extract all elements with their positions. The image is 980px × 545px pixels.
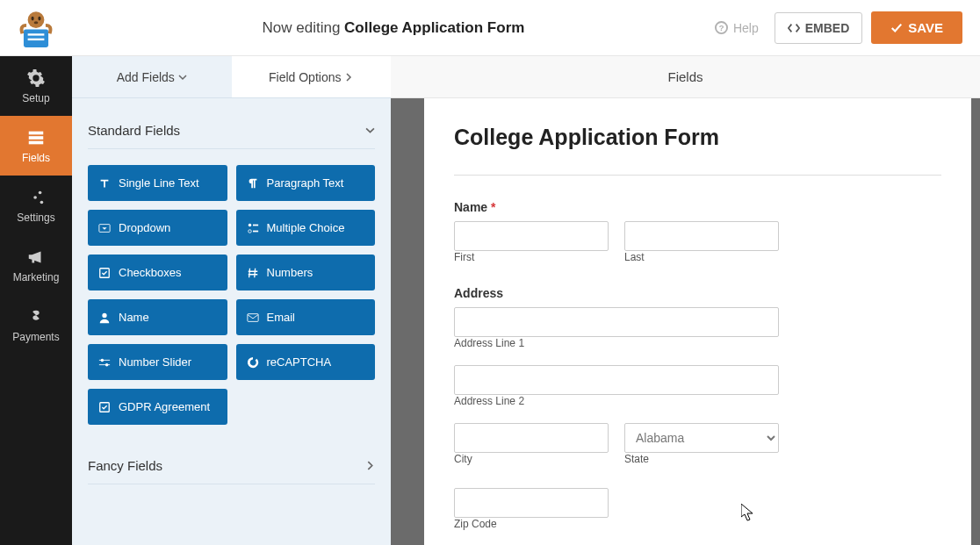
editing-title: Now editing College Application Form (72, 19, 715, 37)
form-icon (26, 128, 46, 147)
svg-rect-11 (29, 140, 44, 144)
addr1-sublabel: Address Line 1 (454, 337, 941, 349)
last-sublabel: Last (624, 251, 779, 263)
sidebar-item-fields[interactable]: Fields (0, 116, 72, 176)
paragraph-icon (247, 177, 259, 190)
address-line2-input[interactable] (454, 365, 779, 395)
hash-icon (247, 267, 259, 279)
form-preview[interactable]: College Application Form Name * First La… (424, 98, 971, 545)
field-number-slider[interactable]: Number Slider (88, 344, 227, 380)
svg-rect-9 (29, 131, 44, 134)
dollar-icon (26, 307, 46, 326)
svg-rect-6 (28, 38, 45, 39)
svg-rect-17 (253, 224, 258, 226)
svg-rect-22 (247, 313, 257, 321)
first-name-input[interactable] (454, 221, 609, 251)
google-icon (247, 356, 259, 369)
svg-point-24 (105, 362, 109, 366)
embed-button[interactable]: EMBED (775, 12, 863, 44)
slider-icon (98, 356, 111, 369)
caret-down-icon (98, 222, 111, 234)
chevron-right-icon (365, 461, 375, 470)
svg-point-12 (39, 190, 42, 194)
check-icon (890, 22, 903, 34)
tab-field-options[interactable]: Field Options (232, 56, 392, 97)
state-sublabel: State (624, 453, 779, 465)
first-sublabel: First (454, 251, 609, 263)
zip-sublabel: Zip Code (454, 518, 941, 530)
sidebar-item-payments[interactable]: Payments (0, 295, 72, 355)
svg-point-0 (28, 11, 45, 28)
sidebar-item-marketing[interactable]: Marketing (0, 235, 72, 295)
zip-input[interactable] (454, 488, 609, 518)
help-icon: ? (715, 21, 728, 34)
chevron-down-icon (365, 125, 375, 135)
field-checkboxes[interactable]: Checkboxes (88, 255, 227, 290)
svg-point-18 (248, 229, 251, 233)
svg-rect-5 (28, 33, 45, 35)
field-dropdown[interactable]: Dropdown (88, 210, 227, 246)
field-email[interactable]: Email (236, 299, 376, 335)
svg-point-1 (32, 16, 34, 20)
svg-point-21 (102, 312, 106, 317)
envelope-icon (247, 312, 259, 324)
city-input[interactable] (454, 423, 609, 453)
svg-rect-10 (29, 136, 44, 140)
field-multiple-choice[interactable]: Multiple Choice (236, 210, 376, 246)
wpforms-logo-icon (14, 6, 58, 50)
check-square-icon (98, 401, 111, 413)
address-label: Address (454, 286, 941, 300)
state-select[interactable]: Alabama (624, 423, 779, 453)
tab-add-fields[interactable]: Add Fields (72, 56, 232, 97)
help-link[interactable]: ? Help (715, 21, 759, 35)
user-icon (98, 312, 111, 324)
field-gdpr[interactable]: GDPR Agreement (88, 389, 227, 425)
check-square-icon (98, 267, 111, 279)
chevron-right-icon (344, 73, 353, 82)
save-button[interactable]: SAVE (871, 11, 962, 44)
addr2-sublabel: Address Line 2 (454, 395, 941, 407)
field-single-line-text[interactable]: Single Line Text (88, 165, 227, 201)
svg-point-23 (101, 358, 104, 362)
canvas-header: Fields (391, 56, 980, 98)
bullhorn-icon (26, 247, 46, 267)
section-fancy-fields[interactable]: Fancy Fields (88, 448, 375, 484)
field-name[interactable]: Name (88, 299, 227, 335)
sliders-icon (26, 188, 46, 207)
svg-rect-19 (253, 230, 258, 232)
name-label: Name * (454, 200, 941, 214)
city-sublabel: City (454, 453, 609, 465)
last-name-input[interactable] (624, 221, 779, 251)
svg-point-2 (38, 16, 40, 20)
gear-icon (26, 68, 46, 88)
form-canvas: Fields College Application Form Name * F… (391, 56, 980, 545)
svg-point-14 (40, 200, 44, 204)
section-standard-fields[interactable]: Standard Fields (88, 112, 375, 149)
fields-panel: Add Fields Field Options Standard Fields… (72, 56, 391, 545)
chevron-down-icon (178, 73, 187, 82)
text-icon (98, 177, 111, 190)
left-sidebar: Setup Fields Settings Marketing Payments (0, 56, 72, 545)
field-paragraph-text[interactable]: Paragraph Text (236, 165, 376, 201)
svg-point-16 (248, 223, 251, 226)
divider (454, 175, 941, 176)
radio-icon (247, 222, 259, 234)
top-bar: Now editing College Application Form ? H… (0, 0, 980, 56)
svg-text:?: ? (719, 24, 724, 32)
field-recaptcha[interactable]: reCAPTCHA (236, 344, 376, 380)
form-title: College Application Form (454, 125, 941, 150)
app-logo (0, 0, 72, 56)
address-line1-input[interactable] (454, 307, 779, 337)
svg-point-3 (34, 21, 39, 24)
sidebar-item-settings[interactable]: Settings (0, 176, 72, 235)
field-numbers[interactable]: Numbers (236, 255, 376, 290)
svg-point-13 (33, 196, 37, 199)
sidebar-item-setup[interactable]: Setup (0, 56, 72, 116)
embed-icon (788, 22, 800, 34)
